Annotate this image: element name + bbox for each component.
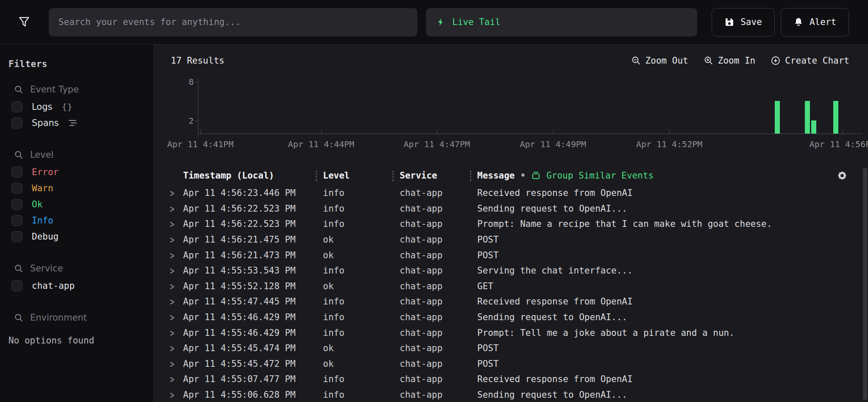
row-expand-chevron[interactable]: > [170,250,183,260]
filters-title: Filters [8,59,147,69]
x-axis-tick [843,129,843,134]
zoom-in-button[interactable]: Zoom In [704,56,756,66]
checkbox[interactable] [11,183,22,194]
checkbox[interactable] [11,215,22,226]
row-expand-chevron[interactable]: > [170,374,183,384]
row-expand-chevron[interactable]: > [170,188,183,198]
braces-icon: {} [61,102,72,112]
filter-option-ok[interactable]: Ok [11,199,147,210]
cell-service: chat-app [400,250,477,260]
save-button[interactable]: Save [712,8,775,36]
search-icon [14,313,24,323]
table-row[interactable]: >Apr 11 4:55:46.429 PMinfochat-appSendin… [154,310,862,325]
table-row[interactable]: >Apr 11 4:55:46.429 PMinfochat-appPrompt… [154,325,862,341]
checkbox[interactable] [11,167,22,178]
environment-search-input[interactable] [30,313,147,323]
search-input[interactable] [58,17,408,27]
filter-option-error[interactable]: Error [11,167,147,178]
search-icon [14,85,24,95]
table-row[interactable]: >Apr 11 4:55:52.128 PMokchat-appGET [154,279,862,294]
checkbox[interactable] [11,280,22,291]
row-expand-chevron[interactable]: > [170,296,183,307]
cell-service: chat-app [400,390,477,400]
checkbox[interactable] [11,117,22,128]
col-header-level[interactable]: Level [323,170,400,181]
create-chart-button[interactable]: Create Chart [771,56,849,66]
row-expand-chevron[interactable]: > [170,343,183,353]
table-row[interactable]: >Apr 11 4:55:45.472 PMokchat-appPOST [154,356,862,372]
filter-option-warn[interactable]: Warn [11,183,147,194]
alert-button[interactable]: Alert [781,8,849,36]
live-tail-button[interactable]: Live Tail [426,8,697,36]
filter-funnel-icon[interactable] [17,14,31,30]
cell-level: info [323,374,400,384]
circle-plus-icon [771,56,781,66]
filter-option-chat-app[interactable]: chat-app [11,280,147,291]
checkbox[interactable] [11,231,22,242]
scrollbar-thumb[interactable] [863,168,867,400]
filter-option-spans[interactable]: Spans [11,117,147,128]
level-search-input[interactable] [30,150,147,160]
zoom-in-label: Zoom In [718,56,756,66]
cell-level: info [323,265,400,276]
cell-message: POST [477,343,862,353]
row-expand-chevron[interactable]: > [170,390,183,400]
table-row[interactable]: >Apr 11 4:55:07.477 PMinfochat-appReceiv… [154,371,862,387]
histogram-bar[interactable] [805,101,810,134]
x-axis-label: Apr 11 4:44PM [288,139,355,149]
cell-message: Sending request to OpenAI... [477,204,862,214]
x-axis-label: Apr 11 4:47PM [403,139,470,149]
histogram-bar[interactable] [833,101,838,134]
checkbox[interactable] [11,199,22,210]
search-bar[interactable] [49,8,417,36]
search-icon [14,150,24,160]
table-row[interactable]: >Apr 11 4:56:22.523 PMinfochat-appPrompt… [154,216,862,232]
row-expand-chevron[interactable]: > [170,234,183,245]
histogram-bar[interactable] [775,101,780,134]
filter-option-label: Logs [32,102,52,112]
y-axis-label: 2 [178,116,194,126]
cell-level: info [323,328,400,338]
table-row[interactable]: >Apr 11 4:55:53.543 PMinfochat-appServin… [154,263,862,279]
cell-message: Sending request to OpenAI... [477,312,862,322]
table-row[interactable]: >Apr 11 4:55:45.474 PMokchat-appPOST [154,341,862,356]
cell-message: GET [477,281,862,291]
filter-option-info[interactable]: Info [11,215,147,226]
row-expand-chevron[interactable]: > [170,281,183,291]
col-header-timestamp[interactable]: Timestamp (Local) [183,170,323,181]
table-row[interactable]: >Apr 11 4:56:21.475 PMokchat-appPOST [154,232,862,248]
zoom-out-button[interactable]: Zoom Out [631,56,688,66]
checkbox[interactable] [11,101,22,112]
row-expand-chevron[interactable]: > [170,265,183,276]
row-expand-chevron[interactable]: > [170,328,183,338]
table-row[interactable]: >Apr 11 4:56:21.473 PMokchat-appPOST [154,247,862,263]
cell-service: chat-app [400,281,477,291]
alert-bell-icon [793,17,804,28]
row-expand-chevron[interactable]: > [170,204,183,214]
filter-option-logs[interactable]: Logs{} [11,101,147,112]
row-expand-chevron[interactable]: > [170,359,183,369]
filter-search-level [14,148,147,162]
x-axis-label: Apr 11 4:52PM [636,139,703,149]
filter-option-debug[interactable]: Debug [11,231,147,242]
topbar: Live Tail Save Alert [0,0,868,45]
chart-actions: Zoom Out Zoom In Create Chart [631,56,849,66]
x-axis-tick [200,129,201,134]
chevron-right-icon: > [170,311,174,324]
table-row[interactable]: >Apr 11 4:56:22.523 PMinfochat-appSendin… [154,201,862,217]
x-axis-tick [437,129,437,134]
cell-timestamp: Apr 11 4:55:45.474 PM [183,343,323,353]
event-type-search-input[interactable] [30,84,147,95]
group-similar-events-button[interactable]: Group Similar Events [546,170,654,181]
col-header-service[interactable]: Service [400,170,477,181]
service-search-input[interactable] [30,263,147,274]
histogram-bar[interactable] [811,120,816,134]
settings-gear-icon[interactable] [836,170,848,181]
chevron-right-icon: > [170,202,174,215]
row-expand-chevron[interactable]: > [170,219,183,229]
row-expand-chevron[interactable]: > [170,312,183,322]
table-row[interactable]: >Apr 11 4:56:23.446 PMinfochat-appReceiv… [154,185,862,201]
table-row[interactable]: >Apr 11 4:55:06.628 PMinfochat-appSendin… [154,387,862,402]
table-row[interactable]: >Apr 11 4:55:47.445 PMinfochat-appReceiv… [154,294,862,310]
chevron-right-icon: > [170,264,174,277]
